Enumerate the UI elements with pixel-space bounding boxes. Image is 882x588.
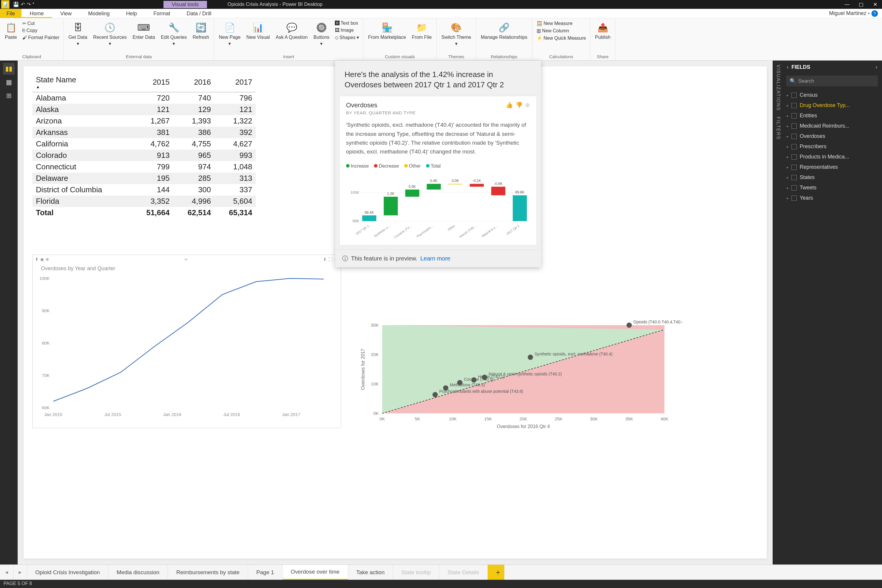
add-page-button[interactable]: + <box>488 565 504 580</box>
qat-redo-icon[interactable]: ↷ <box>27 2 31 8</box>
ask-question-button[interactable]: 💬Ask A Question <box>273 20 310 41</box>
tab-home[interactable]: Home <box>21 9 52 18</box>
table-row[interactable]: Alaska121129121 <box>32 104 256 115</box>
field-item[interactable]: ▸States <box>782 172 882 183</box>
tab-modeling[interactable]: Modeling <box>80 9 118 18</box>
field-item[interactable]: ▸Entities <box>782 111 882 121</box>
table-row[interactable]: District of Columbia144300337 <box>32 184 256 195</box>
table-row[interactable]: Arkansas381386392 <box>32 127 256 138</box>
field-item[interactable]: ▸Representatives <box>782 162 882 172</box>
chevron-left-icon[interactable]: ‹ <box>787 64 789 70</box>
close-icon[interactable]: ✕ <box>868 0 882 9</box>
publish-button[interactable]: 📤Publish <box>593 20 613 41</box>
table-row[interactable]: Delaware195285313 <box>32 172 256 184</box>
enter-data-button[interactable]: ⌨Enter Data <box>130 20 157 41</box>
text-box-button[interactable]: 🅰 Text box <box>333 20 361 27</box>
field-item[interactable]: ▸Products in Medica... <box>782 152 882 162</box>
col-2017[interactable]: 2017 <box>214 72 256 92</box>
field-item[interactable]: ▸Prescribers <box>782 141 882 152</box>
edit-queries-button[interactable]: 🔧Edit Queries▾ <box>159 20 189 47</box>
refresh-button[interactable]: 🔄Refresh <box>190 20 212 41</box>
qat-undo-icon[interactable]: ↶ <box>21 2 25 8</box>
table-row[interactable]: California4,7624,7554,627 <box>32 138 256 150</box>
tab-view[interactable]: View <box>52 9 80 18</box>
qat-dropdown-icon[interactable]: ▾ <box>33 2 34 8</box>
waterfall-chart[interactable]: 98K100K98.4K2017 Qtr 11.3KSynthetic o…0.… <box>346 171 534 239</box>
new-measure-button[interactable]: 🧮 New Measure <box>535 20 588 27</box>
report-tab[interactable]: Overdose over time <box>282 565 348 580</box>
cut-button[interactable]: ✂ Cut <box>21 20 61 27</box>
visual-tools-tab[interactable]: Visual tools <box>164 1 207 8</box>
report-tab[interactable]: Opioid Crisis Investigation <box>27 565 108 580</box>
drill-up-icon[interactable]: ⬆ <box>35 257 39 262</box>
col-2015[interactable]: 2015 <box>132 72 173 92</box>
maximize-icon[interactable]: ▢ <box>854 0 868 9</box>
expand-icon[interactable]: ⊕ <box>46 257 49 262</box>
tab-help[interactable]: Help <box>118 9 145 18</box>
drill-icon[interactable]: ◉ <box>40 257 44 262</box>
focus-icon[interactable]: ⛶ <box>328 257 333 262</box>
get-data-button[interactable]: 🗄Get Data▾ <box>66 20 90 47</box>
table-row[interactable]: Florida3,3524,9965,604 <box>32 195 256 207</box>
new-quick-measure-button[interactable]: ⚡ New Quick Measure <box>535 35 588 42</box>
qat-save-icon[interactable]: 💾 <box>13 2 19 8</box>
buttons-button[interactable]: 🔘Buttons▾ <box>311 20 332 47</box>
drill-down-icon[interactable]: ⬇ <box>323 257 327 262</box>
tab-next-icon[interactable]: ► <box>14 565 27 580</box>
table-row[interactable]: Arizona1,2671,3931,322 <box>32 115 256 127</box>
thumbs-down-icon[interactable]: 👎 <box>515 101 523 108</box>
filter-handle-icon[interactable]: ═ <box>184 257 188 262</box>
report-tab[interactable]: State tooltip <box>393 565 439 580</box>
field-item[interactable]: ▸Tweets <box>782 183 882 193</box>
from-file-button[interactable]: 📁From File <box>410 20 434 41</box>
report-tab[interactable]: Page 1 <box>248 565 282 580</box>
tab-prev-icon[interactable]: ◄ <box>0 565 14 580</box>
new-column-button[interactable]: ▥ New Column <box>535 27 588 34</box>
overdoses-line-chart[interactable]: ⬆ ◉ ⊕ ═ ⬇ ⛶ ⋯ Overdoses by Year and Quar… <box>32 255 341 428</box>
col-state-name[interactable]: State Name▲ <box>32 72 132 92</box>
data-view-icon[interactable]: ▦ <box>3 76 15 88</box>
from-marketplace-button[interactable]: 🏪From Marketplace <box>366 20 408 41</box>
file-tab[interactable]: File <box>0 9 21 18</box>
copy-button[interactable]: ⎘ Copy <box>21 27 61 34</box>
table-row[interactable]: Colorado913965993 <box>32 150 256 161</box>
thumbs-up-icon[interactable]: 👍 <box>506 101 513 108</box>
help-icon[interactable]: ? <box>872 10 878 17</box>
tab-format[interactable]: Format <box>145 9 178 18</box>
user-name[interactable]: Miguel Martinez <box>829 10 866 16</box>
recent-sources-button[interactable]: 🕓Recent Sources▾ <box>91 20 129 47</box>
state-data-table[interactable]: State Name▲ 2015 2016 2017 Alabama720740… <box>32 72 256 219</box>
field-item[interactable]: ▸Drug Overdose Typ... <box>782 100 882 111</box>
format-painter-button[interactable]: 🖌 Format Painter <box>21 34 61 41</box>
table-row[interactable]: Alabama720740796 <box>32 92 256 104</box>
minimize-icon[interactable]: — <box>840 0 854 9</box>
shapes-button[interactable]: ◇ Shapes ▾ <box>333 34 361 41</box>
switch-theme-button[interactable]: 🎨Switch Theme▾ <box>439 20 473 47</box>
report-tab[interactable]: Reimbursements by state <box>168 565 248 580</box>
manage-relationships-button[interactable]: 🔗Manage Relationships <box>478 20 530 41</box>
paste-button[interactable]: 📋Paste <box>2 20 20 41</box>
field-item[interactable]: ▸Overdoses <box>782 131 882 141</box>
add-icon[interactable]: ⊕ <box>525 101 530 108</box>
model-view-icon[interactable]: ⊞ <box>3 90 15 102</box>
learn-more-link[interactable]: Learn more <box>420 255 450 262</box>
user-dropdown-icon[interactable]: ▾ <box>868 12 870 15</box>
right-rail[interactable]: VISUALIZATIONS FILTERS <box>772 61 782 564</box>
report-tab[interactable]: State Details <box>439 565 488 580</box>
report-tab[interactable]: Take action <box>348 565 393 580</box>
field-item[interactable]: ▸Census <box>782 90 882 100</box>
fields-search-input[interactable]: 🔍 Search <box>786 75 878 86</box>
chevron-right-icon[interactable]: › <box>876 64 877 70</box>
image-button[interactable]: 🖼 Image <box>333 27 361 33</box>
table-row[interactable]: Connecticut7999741,048 <box>32 161 256 172</box>
fields-header: FIELDS <box>792 64 876 70</box>
new-page-button[interactable]: 📄New Page▾ <box>216 20 243 47</box>
scatter-chart[interactable]: 0K5K10K15K20K25K30K35K40K0K10K20K30KOver… <box>358 314 682 437</box>
new-visual-button[interactable]: 📊New Visual <box>244 20 272 41</box>
field-item[interactable]: ▸Medicaid Reimburs... <box>782 121 882 131</box>
report-tab[interactable]: Media discussion <box>108 565 168 580</box>
col-2016[interactable]: 2016 <box>173 72 214 92</box>
report-view-icon[interactable]: ▮▮ <box>3 63 15 75</box>
tab-datadrill[interactable]: Data / Drill <box>178 9 220 18</box>
field-item[interactable]: ▸Years <box>782 193 882 203</box>
